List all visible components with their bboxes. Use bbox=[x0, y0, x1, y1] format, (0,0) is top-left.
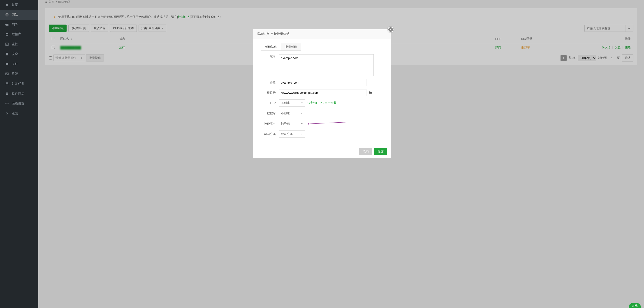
tab-create[interactable]: 创建站点 bbox=[261, 43, 281, 50]
chevron-down-icon: ▼ bbox=[301, 112, 303, 115]
label-domain: 域名 bbox=[261, 54, 279, 58]
label-category: 网站分类 bbox=[261, 132, 279, 136]
note-input[interactable] bbox=[279, 79, 366, 86]
root-input[interactable] bbox=[279, 89, 366, 96]
close-button[interactable]: ✕ bbox=[388, 27, 394, 32]
annotation-arrow bbox=[307, 122, 354, 126]
online-status-badge[interactable]: 在线 bbox=[629, 303, 641, 308]
category-select[interactable]: 默认分类 ▼ bbox=[279, 131, 305, 138]
cancel-button[interactable]: 取消 bbox=[359, 148, 372, 155]
label-note: 备注 bbox=[261, 81, 279, 85]
folder-browse-icon[interactable] bbox=[369, 91, 373, 95]
db-select[interactable]: 不创建 ▼ bbox=[279, 110, 305, 117]
add-site-modal: ✕ 添加站点-支持批量建站 创建站点 批量创建 域名 备注 根目录 bbox=[253, 29, 391, 158]
domain-textarea[interactable] bbox=[279, 54, 374, 76]
tab-batch[interactable]: 批量创建 bbox=[281, 43, 301, 50]
php-version-select[interactable]: 纯静态 ▼ bbox=[279, 120, 305, 127]
label-root: 根目录 bbox=[261, 91, 279, 95]
label-ftp: FTP bbox=[261, 101, 279, 105]
chevron-down-icon: ▼ bbox=[301, 102, 303, 104]
chevron-down-icon: ▼ bbox=[301, 133, 303, 136]
close-icon: ✕ bbox=[389, 28, 392, 31]
submit-button[interactable]: 提交 bbox=[374, 148, 387, 155]
ftp-install-link[interactable]: 未安装FTP，点击安装 bbox=[307, 101, 336, 105]
ftp-select[interactable]: 不创建 ▼ bbox=[279, 99, 305, 107]
modal-title: 添加站点-支持批量建站 bbox=[253, 29, 391, 39]
chevron-down-icon: ▼ bbox=[301, 123, 303, 125]
modal-footer: 取消 提交 bbox=[253, 145, 391, 158]
label-php: PHP版本 bbox=[261, 122, 279, 126]
modal-tabs: 创建站点 批量创建 bbox=[261, 43, 301, 51]
label-db: 数据库 bbox=[261, 111, 279, 115]
modal-overlay: ✕ 添加站点-支持批量建站 创建站点 批量创建 域名 备注 根目录 bbox=[0, 0, 644, 308]
